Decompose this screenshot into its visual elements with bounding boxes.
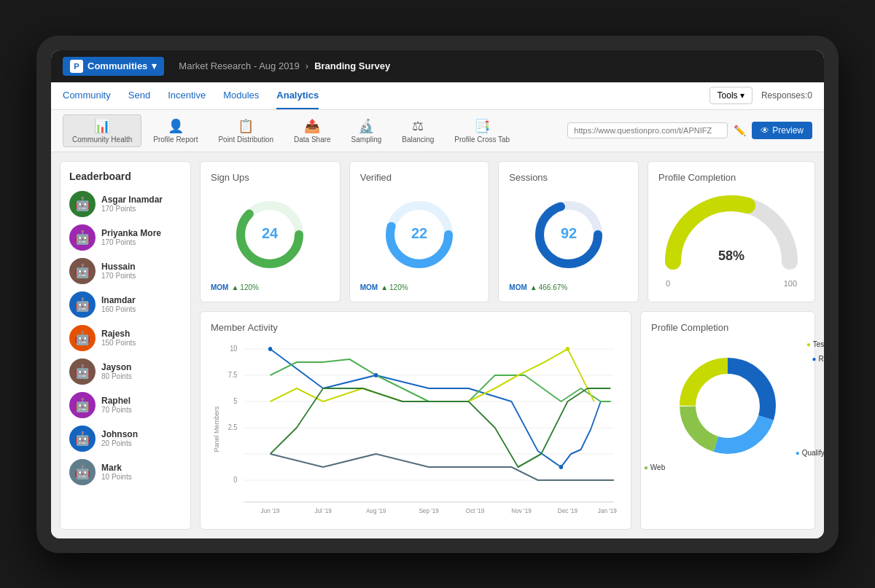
list-item: 🤖 Rajesh 150 Points bbox=[69, 325, 182, 351]
donut-wrapper: ● Test ● Referral ● Qualifying Survey bbox=[651, 348, 804, 464]
svg-text:Sep '19: Sep '19 bbox=[419, 506, 439, 514]
brand-icon: P bbox=[70, 60, 83, 73]
sessions-mom-label: MOM bbox=[509, 283, 526, 291]
member-points: 170 Points bbox=[101, 205, 182, 213]
svg-text:5: 5 bbox=[233, 396, 237, 405]
breadcrumb-parent[interactable]: Market Research - Aug 2019 bbox=[179, 60, 299, 71]
avatar: 🤖 bbox=[69, 426, 96, 452]
member-name: Mark bbox=[101, 463, 182, 473]
toolbar-right: ✏️ 👁 Preview bbox=[567, 122, 812, 139]
toolbar-sampling[interactable]: 🔬 Sampling bbox=[343, 115, 391, 146]
member-name: Hussain bbox=[101, 262, 182, 272]
member-points: 150 Points bbox=[101, 339, 182, 347]
referral-legend-dot: ● bbox=[812, 355, 817, 363]
svg-point-33 bbox=[559, 465, 563, 469]
member-name: Jayson bbox=[101, 362, 182, 372]
sessions-title: Sessions bbox=[509, 172, 548, 183]
edit-url-icon[interactable]: ✏️ bbox=[734, 125, 746, 136]
gauge-max: 100 bbox=[784, 279, 797, 288]
brand-dropdown-icon: ▾ bbox=[152, 60, 157, 71]
profile-gauge-card: Profile Completion 58% 0 1 bbox=[648, 161, 815, 302]
preview-label: Preview bbox=[772, 125, 804, 136]
member-points: 160 Points bbox=[101, 305, 182, 313]
breadcrumb-current: Branding Survey bbox=[314, 60, 390, 71]
tab-community[interactable]: Community bbox=[63, 82, 111, 109]
profile-completion-donut-card: Profile Completion bbox=[640, 311, 815, 530]
tab-modules[interactable]: Modules bbox=[223, 82, 259, 109]
member-name: Asgar Inamdar bbox=[101, 195, 182, 205]
toolbar-point-distribution[interactable]: 📋 Point Distribution bbox=[209, 115, 282, 146]
legend-referral: ● Referral bbox=[812, 355, 824, 363]
verified-footer: MOM ▲ 120% bbox=[360, 283, 408, 291]
profile-cross-tab-icon: 📑 bbox=[474, 118, 490, 134]
toolbar-data-share[interactable]: 📤 Data Share bbox=[285, 115, 340, 146]
svg-point-39 bbox=[697, 375, 758, 436]
preview-button[interactable]: 👁 Preview bbox=[752, 122, 812, 139]
lb-info: Asgar Inamdar 170 Points bbox=[101, 195, 182, 213]
toolbar-point-distribution-label: Point Distribution bbox=[218, 136, 273, 144]
brand-button[interactable]: P Communities ▾ bbox=[63, 57, 164, 76]
legend-qualifying: ● Qualifying Survey bbox=[796, 449, 824, 457]
verified-arrow-icon: ▲ bbox=[381, 283, 388, 291]
leaderboard-title: Leaderboard bbox=[69, 170, 182, 182]
signups-card: Sign Ups 24 MOM ▲ 12 bbox=[200, 161, 341, 302]
lb-info: Hussain 170 Points bbox=[101, 262, 182, 280]
list-item: 🤖 Raphel 70 Points bbox=[69, 392, 182, 418]
member-name: Raphel bbox=[101, 396, 182, 406]
sessions-change: ▲ 466.67% bbox=[530, 283, 567, 291]
toolbar-profile-report-label: Profile Report bbox=[153, 136, 198, 144]
avatar: 🤖 bbox=[69, 191, 96, 217]
device-frame: P Communities ▾ Market Research - Aug 20… bbox=[36, 36, 839, 553]
svg-text:Jun '19: Jun '19 bbox=[261, 506, 280, 514]
top-nav-bar: P Communities ▾ Market Research - Aug 20… bbox=[51, 50, 824, 82]
toolbar-data-share-label: Data Share bbox=[294, 136, 331, 144]
avatar: 🤖 bbox=[69, 325, 96, 351]
tab-send[interactable]: Send bbox=[128, 82, 150, 109]
legend-web: ● Web bbox=[644, 463, 665, 471]
member-points: 20 Points bbox=[101, 439, 182, 447]
svg-text:10: 10 bbox=[230, 344, 237, 353]
gauge-container: 58% 0 100 bbox=[658, 189, 804, 288]
url-input[interactable] bbox=[567, 122, 728, 138]
member-name: Johnson bbox=[101, 429, 182, 439]
member-points: 10 Points bbox=[101, 473, 182, 481]
list-item: 🤖 Mark 10 Points bbox=[69, 459, 182, 485]
sessions-arrow-icon: ▲ bbox=[530, 283, 537, 291]
svg-text:Aug '19: Aug '19 bbox=[366, 506, 386, 514]
member-points: 70 Points bbox=[101, 406, 182, 414]
avatar: 🤖 bbox=[69, 358, 96, 385]
list-item: 🤖 Hussain 170 Points bbox=[69, 258, 182, 284]
sessions-card: Sessions 92 MOM ▲ 46 bbox=[498, 161, 639, 302]
member-points: 170 Points bbox=[101, 238, 182, 246]
profile-donut-title: Profile Completion bbox=[651, 322, 804, 333]
tab-incentive[interactable]: Incentive bbox=[168, 82, 206, 109]
svg-text:2.5: 2.5 bbox=[228, 423, 238, 431]
toolbar-profile-cross-tab-label: Profile Cross Tab bbox=[454, 136, 510, 144]
lb-info: Priyanka More 170 Points bbox=[101, 228, 182, 246]
toolbar-sampling-label: Sampling bbox=[351, 136, 382, 144]
toolbar-balancing[interactable]: ⚖ Balancing bbox=[393, 115, 443, 146]
toolbar-community-health[interactable]: 📊 Community Health bbox=[63, 114, 141, 147]
avatar: 🤖 bbox=[69, 258, 96, 284]
signups-change: ▲ 120% bbox=[231, 283, 258, 291]
verified-title: Verified bbox=[360, 172, 392, 183]
toolbar-community-health-label: Community Health bbox=[72, 136, 132, 144]
lb-info: Jayson 80 Points bbox=[101, 362, 182, 380]
verified-change-value: 120% bbox=[389, 283, 408, 291]
tools-area: Tools ▾ Responses:0 bbox=[709, 87, 812, 104]
lb-info: Inamdar 160 Points bbox=[101, 295, 182, 313]
verified-mom-label: MOM bbox=[360, 283, 378, 291]
bottom-row: Member Activity bbox=[200, 311, 815, 530]
sessions-footer: MOM ▲ 466.67% bbox=[509, 283, 567, 291]
data-share-icon: 📤 bbox=[304, 118, 320, 134]
sessions-donut-container: 92 bbox=[509, 195, 628, 275]
verified-card: Verified 22 MOM ▲ 12 bbox=[349, 161, 490, 302]
toolbar-profile-cross-tab[interactable]: 📑 Profile Cross Tab bbox=[446, 115, 518, 146]
tools-button[interactable]: Tools ▾ bbox=[709, 87, 752, 104]
tab-analytics[interactable]: Analytics bbox=[276, 82, 319, 109]
svg-text:24: 24 bbox=[262, 225, 279, 241]
toolbar-profile-report[interactable]: 👤 Profile Report bbox=[144, 115, 206, 146]
breadcrumb-separator: › bbox=[306, 60, 308, 71]
signups-title: Sign Ups bbox=[211, 172, 249, 183]
signups-arrow-icon: ▲ bbox=[231, 283, 238, 291]
